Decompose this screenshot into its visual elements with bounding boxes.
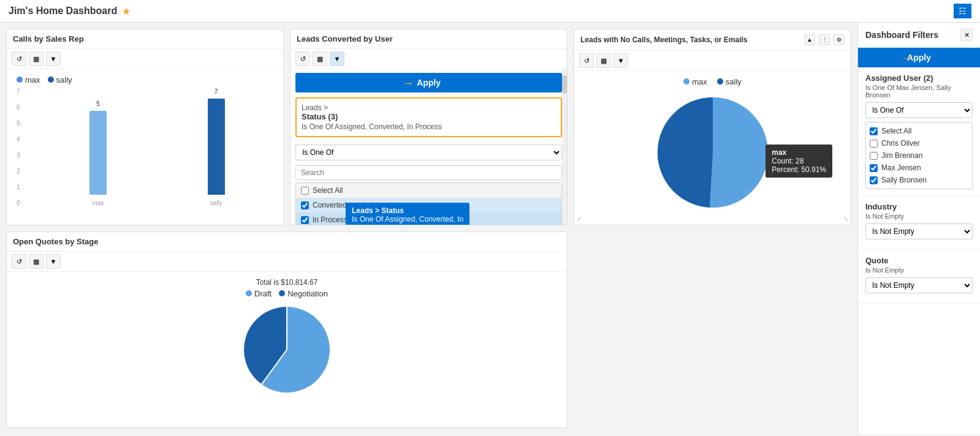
sidebar-close-btn[interactable]: ✕ bbox=[960, 29, 973, 41]
user-select-all[interactable]: Select All bbox=[870, 125, 968, 137]
assigned-user-list: Select All Chris Oliver Jim Brennan Max … bbox=[865, 122, 973, 189]
tooltip-body: Is One Of Assigned, Converted, InProcess bbox=[352, 215, 463, 225]
calls-table-btn[interactable]: ▦ bbox=[29, 51, 44, 66]
pie-tooltip: max Count: 28 Percent: 50.91% bbox=[765, 145, 832, 178]
filter-toggle-button[interactable]: ☷ bbox=[954, 4, 971, 18]
sidebar-title: Dashboard Filters bbox=[865, 30, 938, 40]
bar-col-max: 5 max bbox=[89, 88, 107, 206]
sidebar-header: Dashboard Filters ✕ bbox=[858, 23, 980, 48]
no-calls-expand-icon[interactable]: ⤢ bbox=[577, 216, 582, 222]
user-chris-checkbox[interactable] bbox=[870, 140, 878, 148]
user-max-jensen[interactable]: Max Jensen bbox=[870, 162, 968, 174]
user-sally-checkbox[interactable] bbox=[870, 176, 878, 184]
calls-filter-btn[interactable]: ▼ bbox=[46, 51, 61, 66]
calls-refresh-btn[interactable]: ↺ bbox=[12, 51, 26, 66]
calls-legend: max sally bbox=[17, 75, 273, 85]
leads-table-btn[interactable]: ▦ bbox=[313, 51, 327, 66]
open-quotes-title: Open Quotes by Stage bbox=[13, 237, 561, 246]
no-calls-toolbar: ↺ ▦ ▼ bbox=[574, 51, 851, 71]
calls-bar-chart: max sally 01234567 5 max bbox=[7, 69, 283, 225]
filter-subtitle: Is One Of Assigned, Converted, In Proces… bbox=[302, 122, 556, 131]
user-chris-oliver[interactable]: Chris Oliver bbox=[870, 137, 968, 149]
filter-select-all[interactable]: Select All bbox=[296, 183, 561, 198]
no-calls-panel: Leads with No Calls, Meetings, Tasks, or… bbox=[574, 29, 851, 225]
no-calls-pie-svg bbox=[639, 91, 786, 214]
inprocess-checkbox[interactable] bbox=[301, 216, 309, 224]
bar-label-max: max bbox=[92, 200, 104, 206]
calls-y-axis: 01234567 bbox=[17, 88, 20, 206]
filter-operator-select[interactable]: Is One Of bbox=[295, 145, 562, 160]
quotes-legend-negotiation: Negotiation bbox=[279, 289, 328, 298]
user-max-checkbox[interactable] bbox=[870, 164, 878, 172]
dropdown-row: Is One Of bbox=[291, 142, 567, 163]
no-calls-filter-btn[interactable]: ▼ bbox=[613, 53, 628, 68]
leads-converted-toolbar: ↺ ▦ ▼ bbox=[291, 49, 567, 69]
leads-apply-bar[interactable]: → Apply bbox=[295, 73, 562, 92]
sidebar-industry-section: Industry Is Not Empty Is Not Empty Not E… bbox=[858, 196, 980, 250]
bar-value-max: 5 bbox=[96, 100, 100, 107]
quote-subtitle: Is Not Empty bbox=[865, 266, 973, 274]
filter-search-input[interactable] bbox=[295, 165, 562, 180]
leads-scrollbar-thumb[interactable] bbox=[562, 75, 567, 94]
calls-panel-body: max sally 01234567 5 max bbox=[7, 69, 283, 225]
leads-filter-area: Leads > Status (3) Is One Of Assigned, C… bbox=[295, 97, 562, 137]
assigned-user-dropdown[interactable]: Is One Of bbox=[865, 102, 973, 118]
empty-panel bbox=[574, 231, 851, 428]
star-icon: ★ bbox=[122, 6, 131, 17]
dashboard-title: Jim's Home Dashboard bbox=[9, 6, 117, 17]
open-quotes-chart: Total is $10,814.67 Draft Negotiation bbox=[7, 272, 567, 427]
filter-title: Status (3) bbox=[302, 112, 556, 121]
leads-filter-btn[interactable]: ▼ bbox=[330, 51, 344, 66]
quotes-refresh-btn[interactable]: ↺ bbox=[12, 254, 26, 269]
bar-sally bbox=[208, 99, 225, 195]
pie-tooltip-percent: Percent: 50.91% bbox=[772, 165, 826, 174]
calls-legend-max: max bbox=[17, 75, 40, 85]
leads-scrollbar-track bbox=[562, 69, 567, 225]
select-all-checkbox[interactable] bbox=[301, 187, 309, 195]
no-calls-refresh-btn[interactable]: ↺ bbox=[579, 53, 594, 68]
sidebar-apply-arrow: → bbox=[901, 51, 913, 65]
leads-apply-arrow: → bbox=[402, 76, 414, 90]
quotes-filter-btn[interactable]: ▼ bbox=[46, 254, 61, 269]
no-calls-gear-btn[interactable]: ⚙ bbox=[834, 34, 845, 45]
no-calls-legend-sally: sally bbox=[717, 77, 742, 86]
user-checkbox-list: Select All Chris Oliver Jim Brennan Max … bbox=[870, 125, 968, 186]
field-tooltip: Leads > Status Is One Of Assigned, Conve… bbox=[346, 203, 469, 225]
leads-converted-header: Leads Converted by User bbox=[291, 29, 567, 49]
calls-bars: 5 max 7 sally bbox=[41, 88, 273, 206]
top-bar: Jim's Home Dashboard ★ ☷ bbox=[0, 0, 980, 23]
quotes-pie-svg bbox=[238, 301, 336, 399]
bar-value-sally: 7 bbox=[215, 88, 218, 95]
sidebar-assigned-user-section: Assigned User (2) Is One Of Max Jensen, … bbox=[858, 67, 980, 196]
open-quotes-header: Open Quotes by Stage bbox=[7, 232, 567, 252]
pie-slice-sally-real bbox=[657, 97, 712, 208]
pie-tooltip-count: Count: 28 bbox=[772, 157, 826, 165]
converted-checkbox[interactable] bbox=[301, 201, 309, 209]
calls-panel-header: Calls by Sales Rep bbox=[7, 29, 283, 49]
leads-converted-panel: Leads Converted by User ↺ ▦ ▼ → Apply Le… bbox=[290, 29, 568, 225]
user-sally-bronsen[interactable]: Sally Bronsen bbox=[870, 174, 968, 186]
no-calls-body: max sally bbox=[574, 71, 851, 225]
leads-refresh-btn[interactable]: ↺ bbox=[295, 51, 310, 66]
quote-dropdown[interactable]: Is Not Empty Not Empty Empty bbox=[865, 277, 973, 293]
industry-subtitle: Is Not Empty bbox=[865, 212, 973, 220]
assigned-user-subtitle: Is One Of Max Jensen, Sally Bronsen bbox=[865, 84, 973, 99]
industry-dropdown[interactable]: Is Not Empty Not Empty Empty bbox=[865, 224, 973, 239]
no-calls-more-btn[interactable]: ⋮ bbox=[819, 34, 830, 45]
quotes-table-btn[interactable]: ▦ bbox=[29, 254, 44, 269]
user-jim-brennan[interactable]: Jim Brennan bbox=[870, 149, 968, 162]
open-quotes-panel: Open Quotes by Stage ↺ ▦ ▼ Total is $10,… bbox=[6, 231, 568, 428]
no-calls-corner-icon[interactable]: ⤡ bbox=[843, 216, 848, 222]
no-calls-legend: max sally bbox=[683, 77, 742, 86]
dashboard-area: Calls by Sales Rep ↺ ▦ ▼ max sally 01234… bbox=[0, 23, 857, 434]
leads-converted-body: → Apply Leads > Status (3) Is One Of Ass… bbox=[291, 69, 567, 225]
user-select-all-checkbox[interactable] bbox=[870, 127, 878, 135]
no-calls-up-btn[interactable]: ▲ bbox=[804, 34, 815, 45]
bar-col-sally: 7 sally bbox=[208, 88, 225, 206]
no-calls-title: Leads with No Calls, Meetings, Tasks, or… bbox=[580, 36, 800, 44]
sidebar-apply-btn[interactable]: → Apply bbox=[858, 48, 980, 67]
quotes-legend-draft: Draft bbox=[246, 289, 272, 298]
user-jim-checkbox[interactable] bbox=[870, 152, 878, 160]
pie-tooltip-label: max bbox=[772, 148, 826, 157]
no-calls-table-btn[interactable]: ▦ bbox=[596, 53, 611, 68]
